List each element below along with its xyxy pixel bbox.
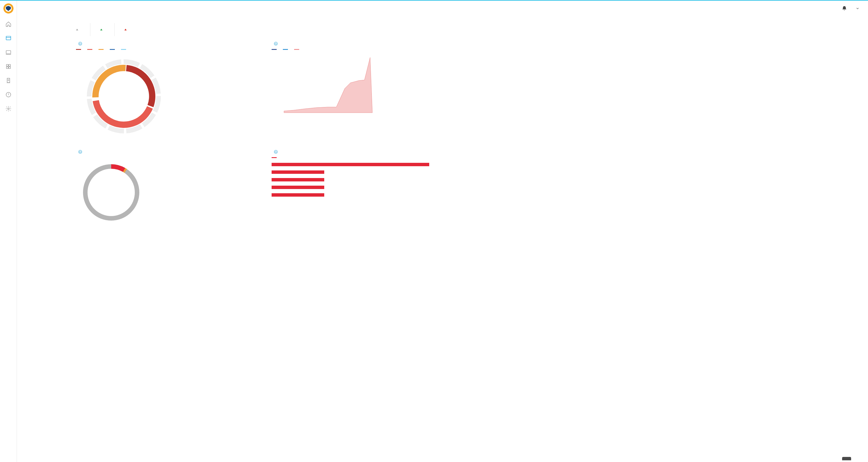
- trend-up-icon: [124, 29, 127, 30]
- dashboard-grid: ?: [76, 42, 450, 225]
- bar-row[interactable]: [272, 193, 450, 198]
- card-top5: ?: [272, 150, 450, 225]
- submit-feedback-button[interactable]: [842, 457, 851, 460]
- legend-level5[interactable]: [98, 49, 103, 51]
- nav-settings[interactable]: [5, 105, 12, 112]
- legend: [76, 49, 255, 51]
- bar-row[interactable]: [272, 163, 450, 167]
- user-menu-chevron[interactable]: [856, 6, 860, 10]
- cumulative-area-chart[interactable]: [272, 55, 378, 122]
- card-intensity: ?: [76, 42, 255, 136]
- stats-row: [76, 16, 450, 42]
- svg-rect-5: [8, 67, 10, 68]
- bar-row[interactable]: [272, 170, 450, 175]
- brand-logo[interactable]: [3, 3, 13, 13]
- content: ?: [17, 16, 450, 242]
- legend-level4[interactable]: [87, 49, 92, 51]
- nav-reports[interactable]: [5, 77, 12, 84]
- bar-row[interactable]: [272, 178, 450, 182]
- svg-rect-2: [6, 64, 8, 66]
- main: ?: [17, 1, 868, 462]
- legend-highrisk[interactable]: [272, 157, 277, 160]
- intensity-donut[interactable]: [85, 57, 163, 136]
- info-icon[interactable]: ?: [78, 150, 82, 154]
- trend-up-icon: [100, 29, 102, 30]
- sidebar: [0, 1, 17, 462]
- svg-rect-4: [6, 67, 8, 68]
- info-icon[interactable]: ?: [78, 42, 82, 46]
- legend-blacklisted[interactable]: [272, 49, 277, 51]
- svg-rect-0: [6, 36, 11, 40]
- nav-alerts[interactable]: [5, 91, 12, 98]
- topbar: [17, 1, 868, 16]
- legend: [272, 49, 450, 51]
- stat-total-devices[interactable]: [76, 22, 81, 30]
- legend-unknown[interactable]: [121, 49, 126, 51]
- notifications-icon[interactable]: [841, 6, 847, 11]
- stat-suspicious-detections[interactable]: [124, 22, 129, 30]
- svg-point-7: [8, 108, 9, 110]
- nav-home[interactable]: [5, 21, 12, 28]
- svg-rect-3: [8, 64, 10, 66]
- legend-whitelisted[interactable]: [283, 49, 288, 51]
- svg-rect-1: [6, 51, 11, 54]
- bar-row[interactable]: [272, 186, 450, 190]
- risk-donut[interactable]: [79, 160, 144, 225]
- nav-dashboard[interactable]: [5, 35, 12, 42]
- legend-unresolved[interactable]: [294, 49, 299, 51]
- top5-bars: [272, 163, 450, 198]
- trend-up-icon: [76, 29, 78, 30]
- stat-threats-prevented[interactable]: [100, 22, 105, 30]
- nav-apps[interactable]: [5, 63, 12, 70]
- legend-level3[interactable]: [76, 49, 81, 51]
- info-icon[interactable]: ?: [274, 150, 278, 154]
- legend-known[interactable]: [110, 49, 115, 51]
- card-cumulative: ?: [272, 42, 450, 136]
- info-icon[interactable]: ?: [274, 42, 278, 46]
- nav-devices[interactable]: [5, 49, 12, 56]
- app-root: ?: [0, 0, 868, 462]
- svg-point-12: [85, 167, 137, 218]
- svg-point-14: [79, 160, 144, 225]
- card-risk: ?: [76, 150, 255, 225]
- svg-point-8: [89, 62, 158, 131]
